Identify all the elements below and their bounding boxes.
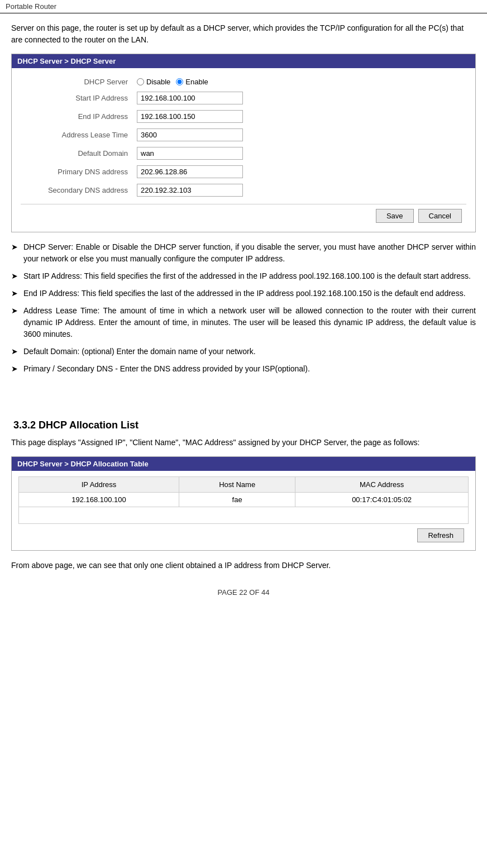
enable-radio-label[interactable]: Enable bbox=[176, 78, 208, 86]
bullet-text-1: DHCP Server: Enable or Disable the DHCP … bbox=[23, 241, 476, 265]
empty-row bbox=[19, 507, 469, 524]
lease-time-input[interactable] bbox=[137, 128, 243, 141]
allocation-table: IP Address Host Name MAC Address 192.168… bbox=[18, 476, 469, 524]
bullet-text-2: Start IP Address: This field specifies t… bbox=[23, 270, 471, 282]
default-domain-value-cell bbox=[132, 144, 466, 163]
cell-mac: 00:17:C4:01:05:02 bbox=[295, 493, 469, 507]
lease-time-value-cell bbox=[132, 126, 466, 144]
page-indicator: PAGE 22 OF 44 bbox=[218, 588, 270, 597]
intro-paragraph: Server on this page, the router is set u… bbox=[11, 22, 476, 46]
col-mac-address: MAC Address bbox=[295, 477, 469, 493]
col-host-name: Host Name bbox=[179, 477, 295, 493]
secondary-dns-row: Secondary DNS address bbox=[21, 181, 466, 199]
bullet-text-6: Primary / Secondary DNS - Enter the DNS … bbox=[23, 363, 310, 375]
bullet-arrow-6: ➤ bbox=[11, 363, 23, 375]
dhcp-server-panel-header: DHCP Server > DHCP Server bbox=[12, 54, 475, 68]
cell-hostname: fae bbox=[179, 493, 295, 507]
spacer-1 bbox=[11, 380, 476, 392]
table-row: 192.168.100.100 fae 00:17:C4:01:05:02 bbox=[19, 493, 469, 507]
end-ip-row: End IP Address bbox=[21, 107, 466, 126]
dhcp-button-row: Save Cancel bbox=[21, 204, 466, 225]
end-ip-input[interactable] bbox=[137, 110, 243, 123]
bullet-text-4: Address Lease Time: The amount of time i… bbox=[23, 305, 476, 340]
bullet-item-3: ➤ End IP Address: This field specifies t… bbox=[11, 288, 476, 299]
start-ip-row: Start IP Address bbox=[21, 89, 466, 107]
bullet-arrow-5: ➤ bbox=[11, 346, 23, 357]
secondary-dns-label: Secondary DNS address bbox=[21, 181, 132, 199]
end-ip-label: End IP Address bbox=[21, 107, 132, 126]
enable-radio[interactable] bbox=[176, 78, 183, 85]
cell-ip: 192.168.100.100 bbox=[19, 493, 179, 507]
end-ip-value-cell bbox=[132, 107, 466, 126]
start-ip-input[interactable] bbox=[137, 92, 243, 104]
primary-dns-value-cell bbox=[132, 163, 466, 181]
footer-paragraph: From above page, we can see that only on… bbox=[11, 560, 476, 571]
spacer-2 bbox=[11, 392, 476, 403]
dhcp-allocation-panel: DHCP Server > DHCP Allocation Table IP A… bbox=[11, 456, 476, 551]
bullet-arrow-3: ➤ bbox=[11, 288, 23, 299]
dhcp-form-table: DHCP Server Disable Enable bbox=[21, 75, 466, 199]
page-footer: PAGE 22 OF 44 bbox=[11, 588, 476, 608]
refresh-button-row: Refresh bbox=[18, 524, 469, 545]
allocation-table-head: IP Address Host Name MAC Address bbox=[19, 477, 469, 493]
primary-dns-input[interactable] bbox=[137, 165, 243, 178]
disable-label: Disable bbox=[146, 78, 170, 86]
lease-time-label: Address Lease Time bbox=[21, 126, 132, 144]
cancel-button[interactable]: Cancel bbox=[418, 209, 462, 223]
bullet-text-5: Default Domain: (optional) Enter the dom… bbox=[23, 346, 256, 357]
bullet-item-2: ➤ Start IP Address: This field specifies… bbox=[11, 270, 476, 282]
default-domain-label: Default Domain bbox=[21, 144, 132, 163]
start-ip-label: Start IP Address bbox=[21, 89, 132, 107]
dhcp-server-panel: DHCP Server > DHCP Server DHCP Server Di… bbox=[11, 54, 476, 232]
allocation-header-row: IP Address Host Name MAC Address bbox=[19, 477, 469, 493]
secondary-dns-input[interactable] bbox=[137, 184, 243, 197]
lease-time-row: Address Lease Time bbox=[21, 126, 466, 144]
col-ip-address: IP Address bbox=[19, 477, 179, 493]
bullet-list: ➤ DHCP Server: Enable or Disable the DHC… bbox=[11, 241, 476, 375]
dhcp-server-row: DHCP Server Disable Enable bbox=[21, 75, 466, 89]
section2-intro: This page displays "Assigned IP", "Clien… bbox=[11, 437, 476, 449]
default-domain-input[interactable] bbox=[137, 147, 243, 160]
dhcp-server-radio-group: Disable Enable bbox=[132, 75, 466, 89]
disable-radio[interactable] bbox=[137, 78, 144, 85]
bullet-item-6: ➤ Primary / Secondary DNS - Enter the DN… bbox=[11, 363, 476, 375]
primary-dns-label: Primary DNS address bbox=[21, 163, 132, 181]
bullet-arrow-2: ➤ bbox=[11, 270, 23, 282]
start-ip-value-cell bbox=[132, 89, 466, 107]
empty-cell bbox=[19, 507, 469, 524]
bullet-item-4: ➤ Address Lease Time: The amount of time… bbox=[11, 305, 476, 340]
secondary-dns-value-cell bbox=[132, 181, 466, 199]
save-button[interactable]: Save bbox=[376, 209, 414, 223]
dhcp-server-panel-body: DHCP Server Disable Enable bbox=[12, 68, 475, 232]
dhcp-allocation-panel-body: IP Address Host Name MAC Address 192.168… bbox=[12, 471, 475, 550]
default-domain-row: Default Domain bbox=[21, 144, 466, 163]
disable-radio-label[interactable]: Disable bbox=[137, 78, 170, 86]
bullet-arrow-4: ➤ bbox=[11, 305, 23, 317]
dhcp-server-label: DHCP Server bbox=[21, 75, 132, 89]
page-content: Server on this page, the router is set u… bbox=[0, 13, 487, 613]
dhcp-allocation-panel-header: DHCP Server > DHCP Allocation Table bbox=[12, 457, 475, 471]
section2-heading: 3.3.2 DHCP Allocation List bbox=[11, 419, 476, 431]
bullet-item-1: ➤ DHCP Server: Enable or Disable the DHC… bbox=[11, 241, 476, 265]
header-title: Portable Router bbox=[6, 2, 56, 11]
page-header: Portable Router bbox=[0, 0, 487, 13]
allocation-table-body: 192.168.100.100 fae 00:17:C4:01:05:02 bbox=[19, 493, 469, 524]
bullet-item-5: ➤ Default Domain: (optional) Enter the d… bbox=[11, 346, 476, 357]
primary-dns-row: Primary DNS address bbox=[21, 163, 466, 181]
bullet-text-3: End IP Address: This field specifies the… bbox=[23, 288, 466, 299]
radio-group: Disable Enable bbox=[137, 78, 462, 86]
refresh-button[interactable]: Refresh bbox=[417, 528, 464, 542]
enable-label: Enable bbox=[185, 78, 208, 86]
bullet-arrow-1: ➤ bbox=[11, 241, 23, 253]
